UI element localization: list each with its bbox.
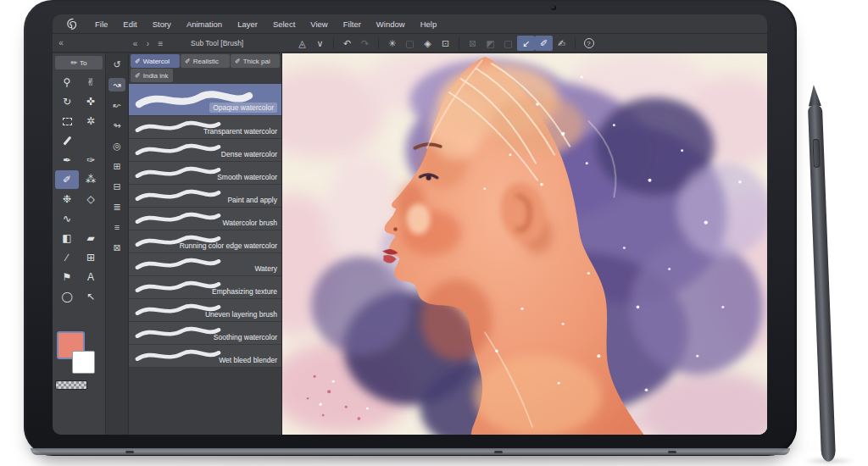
clear-selection-icon[interactable]: ⊠ bbox=[464, 36, 481, 51]
pen-tool-icon[interactable]: ✒ bbox=[55, 151, 79, 169]
layers-icon[interactable]: ≡ bbox=[108, 220, 125, 234]
collapse-tools-button[interactable]: « bbox=[54, 34, 68, 53]
brush-item[interactable]: Opaque watercolor bbox=[129, 84, 281, 116]
tablet-frame: FileEditStoryAnimationLayerSelectViewFil… bbox=[24, 0, 797, 456]
brush-tab-icon: ✐ bbox=[185, 58, 191, 65]
transparent-color-swatch[interactable] bbox=[55, 380, 87, 390]
fill-icon[interactable]: ◈ bbox=[419, 36, 437, 51]
brush-item[interactable]: Uneven layering brush bbox=[129, 299, 281, 322]
redo-icon[interactable]: ↷ bbox=[356, 36, 374, 51]
menu-item-view[interactable]: View bbox=[303, 14, 335, 34]
marquee-shape bbox=[63, 118, 72, 125]
gradient-icon[interactable]: ◩ bbox=[481, 36, 499, 51]
tool-palette-header[interactable]: ✏ To bbox=[55, 56, 103, 69]
menu-item-edit[interactable]: Edit bbox=[115, 14, 144, 34]
brush-item[interactable]: Soothing watercolor bbox=[129, 322, 281, 345]
background-color-swatch[interactable] bbox=[72, 351, 95, 374]
snap-ruler-icon[interactable]: ↙ bbox=[517, 36, 535, 51]
reselect-icon[interactable]: ▢ bbox=[401, 36, 419, 51]
scene: FileEditStoryAnimationLayerSelectViewFil… bbox=[0, 0, 868, 466]
calligraphy-pen-tool-icon[interactable]: ✑ bbox=[79, 151, 103, 169]
airbrush-tool-icon[interactable]: ⁂ bbox=[79, 170, 103, 189]
subview-icon[interactable]: ⊟ bbox=[108, 180, 125, 193]
tool-grid: ⚲✌↻✜✲✒✑✐⁂❉◇∿◧▰∕⊞⚑A◯↖ bbox=[53, 71, 105, 308]
eraser-tool-icon[interactable]: ◇ bbox=[79, 190, 103, 208]
balloon-tool-icon[interactable]: ◯ bbox=[55, 287, 79, 306]
object-tool-icon[interactable]: ↖ bbox=[79, 287, 103, 306]
figure-tool-icon[interactable]: ∕ bbox=[55, 248, 79, 267]
tab-india-ink[interactable]: ✐India ink bbox=[131, 69, 173, 82]
brush-item-label: Watery bbox=[254, 264, 277, 273]
brush-item-label: Running color edge watercolor bbox=[180, 241, 277, 250]
chevron-down-icon[interactable]: ∨ bbox=[311, 36, 329, 51]
eyedropper-tool-icon[interactable] bbox=[55, 131, 79, 150]
deselect-icon[interactable]: ✳ bbox=[383, 36, 401, 51]
menu-item-layer[interactable]: Layer bbox=[230, 14, 265, 34]
subtool-menu-icon[interactable]: ≡ bbox=[154, 39, 167, 48]
workspace: ✏ To ⚲✌↻✜✲✒✑✐⁂❉◇∿◧▰∕⊞⚑A◯↖ ↺↝↜↬◎⊞⊟≣≡⊠ ✐Wa… bbox=[53, 53, 767, 435]
layer-property-icon[interactable]: ≣ bbox=[108, 200, 125, 214]
tab-thick-paint[interactable]: ✐Thick pai bbox=[231, 54, 280, 68]
menu-item-file[interactable]: File bbox=[87, 14, 115, 34]
navigator-icon[interactable]: ◎ bbox=[108, 139, 125, 153]
tool-property-icon[interactable]: ◬ bbox=[293, 36, 311, 51]
brush-item[interactable]: Dense watercolor bbox=[129, 139, 281, 162]
polyline-tool-icon[interactable]: ⚑ bbox=[55, 268, 79, 286]
rotate-canvas-tool-icon[interactable]: ↻ bbox=[55, 92, 79, 111]
expand-subtool-button[interactable]: › bbox=[142, 39, 154, 48]
collapse-subtool-button[interactable]: « bbox=[129, 39, 142, 48]
gradient-tool-icon[interactable]: ◧ bbox=[55, 229, 79, 247]
menu-item-select[interactable]: Select bbox=[265, 14, 303, 34]
brush-item[interactable]: Running color edge watercolor bbox=[129, 230, 281, 253]
magic-wand-tool-icon[interactable]: ✲ bbox=[79, 112, 103, 130]
decoration-tool-icon[interactable]: ❉ bbox=[55, 190, 79, 208]
menu-item-window[interactable]: Window bbox=[369, 14, 413, 34]
canvas-area[interactable] bbox=[282, 53, 767, 435]
menu-bar: FileEditStoryAnimationLayerSelectViewFil… bbox=[53, 14, 767, 34]
brush-tool-icon[interactable]: ✐ bbox=[55, 170, 79, 189]
brush-item[interactable]: Watercolor brush bbox=[129, 208, 281, 230]
rotate-view-icon[interactable]: ↺ bbox=[108, 58, 125, 71]
brush-item[interactable]: Emphasizing texture bbox=[129, 276, 281, 299]
path-settings-icon[interactable]: ↬ bbox=[108, 119, 125, 132]
marquee-select-tool-icon[interactable] bbox=[55, 112, 79, 130]
stroke-path-icon[interactable]: ↝ bbox=[108, 78, 125, 92]
palette-dock: ↺↝↜↬◎⊞⊟≣≡⊠ bbox=[106, 53, 129, 435]
brush-item[interactable]: Wet bleed blender bbox=[129, 345, 281, 368]
move-tool-icon[interactable]: ✜ bbox=[79, 92, 103, 111]
shape-icon[interactable]: ▢ bbox=[499, 36, 517, 51]
brush-item[interactable]: Watery bbox=[129, 253, 281, 276]
text-tool-icon[interactable]: A bbox=[79, 268, 103, 286]
grid-icon[interactable]: ⊞ bbox=[108, 159, 125, 173]
menu-item-animation[interactable]: Animation bbox=[179, 14, 230, 34]
brush-item-label: Soothing watercolor bbox=[214, 333, 277, 341]
tab-realistic-label: Realistic bbox=[193, 58, 219, 65]
fill-tool-icon[interactable]: ▰ bbox=[79, 229, 103, 247]
canvas-size-icon[interactable]: ⊡ bbox=[437, 36, 454, 51]
edit-path-icon[interactable]: ↜ bbox=[108, 98, 125, 112]
tool-palette-header-label: To bbox=[80, 59, 86, 67]
menu-item-story[interactable]: Story bbox=[145, 14, 179, 34]
tool-palette: ✏ To ⚲✌↻✜✲✒✑✐⁂❉◇∿◧▰∕⊞⚑A◯↖ bbox=[53, 53, 106, 435]
brush-item[interactable]: Smooth watercolor bbox=[129, 162, 281, 185]
menu-item-help[interactable]: Help bbox=[413, 14, 445, 34]
subtool-panel-title: Sub Tool [Brush] bbox=[191, 39, 243, 47]
zoom-tool-icon[interactable]: ⚲ bbox=[55, 73, 79, 92]
undo-icon[interactable]: ↶ bbox=[338, 36, 356, 51]
pen-pressure-icon[interactable]: ✍ bbox=[553, 36, 570, 51]
brush-item[interactable]: Transparent watercolor bbox=[129, 116, 281, 139]
frame-border-tool-icon[interactable]: ⊞ bbox=[79, 248, 103, 267]
tab-realistic[interactable]: ✐Realistic bbox=[181, 54, 230, 68]
canvas-artwork bbox=[282, 53, 767, 435]
help-icon[interactable]: ? bbox=[580, 36, 598, 51]
brush-item-label: Dense watercolor bbox=[221, 150, 277, 158]
menu-item-filter[interactable]: Filter bbox=[336, 14, 369, 34]
snap-brush-icon[interactable]: ✐ bbox=[535, 36, 553, 51]
blend-tool-icon[interactable]: ∿ bbox=[55, 209, 79, 228]
tab-watercolor[interactable]: ✐Watercol bbox=[131, 54, 180, 68]
brush-item-label: Emphasizing texture bbox=[212, 287, 277, 296]
canvas-overview-icon[interactable]: ⊠ bbox=[108, 241, 125, 254]
hand-tool-icon[interactable]: ✌ bbox=[79, 73, 103, 92]
empty-cell bbox=[79, 131, 103, 150]
brush-item[interactable]: Paint and apply bbox=[129, 185, 281, 208]
